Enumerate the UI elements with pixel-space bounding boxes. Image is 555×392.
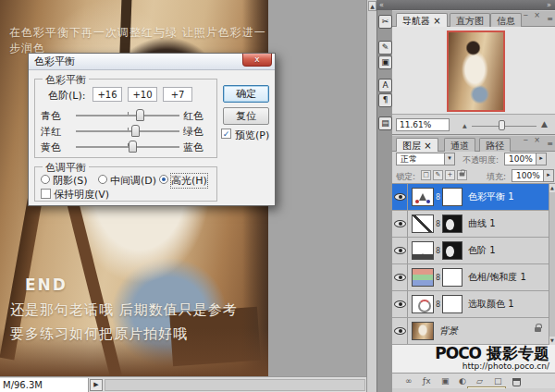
- layer-row-curves[interactable]: 8 曲线 1: [392, 211, 549, 238]
- midtones-radio[interactable]: [98, 175, 107, 184]
- history-brush-tool[interactable]: ✎: [378, 41, 392, 55]
- highlights-radio[interactable]: [159, 175, 168, 184]
- horizontal-scrollbar[interactable]: [105, 379, 365, 391]
- zoom-slider-thumb[interactable]: [499, 120, 505, 130]
- adjustment-thumbnail[interactable]: [412, 188, 434, 206]
- path-select-tool[interactable]: ¶: [378, 93, 392, 107]
- notes-tool[interactable]: ▤: [378, 116, 392, 130]
- lock-transparency-icon[interactable]: □: [421, 170, 431, 180]
- layer-mask-thumbnail[interactable]: [442, 268, 462, 287]
- layers-list: 8 色彩平衡 1 8 曲线 1 8 色阶 1 8 色相/饱和度 1: [392, 184, 555, 345]
- panel-minimize-close-icons[interactable]: ‒ ×: [524, 136, 542, 144]
- layer-mask-thumbnail[interactable]: [442, 188, 462, 206]
- group-label: 色调平衡: [43, 161, 89, 175]
- vertical-scrollbar[interactable]: ▲: [366, 0, 376, 392]
- spinner-arrow-icon[interactable]: ▸: [536, 153, 546, 165]
- layer-name: 色彩平衡 1: [468, 190, 514, 203]
- yellow-blue-slider-thumb[interactable]: [129, 141, 137, 153]
- cyan-red-slider-thumb[interactable]: [136, 109, 144, 121]
- magenta-green-slider-track[interactable]: [76, 130, 179, 132]
- layer-mask-thumbnail[interactable]: [442, 295, 462, 313]
- healing-brush-tool[interactable]: ✂: [378, 15, 392, 29]
- visibility-eye-icon[interactable]: [394, 327, 406, 335]
- blend-mode-dropdown[interactable]: 正常 ▾: [396, 153, 455, 165]
- scroll-down-icon[interactable]: ▼: [549, 337, 555, 345]
- visibility-eye-icon[interactable]: [394, 300, 406, 308]
- tab-paths[interactable]: 路径: [479, 138, 511, 152]
- tab-histogram[interactable]: 直方图: [450, 13, 490, 27]
- layer-style-fx-icon[interactable]: ƒx: [423, 376, 431, 386]
- zoom-slider[interactable]: ▲ ▲: [462, 117, 548, 132]
- status-menu-arrow[interactable]: ▶: [90, 379, 103, 391]
- collapse-dock-icon[interactable]: «: [379, 1, 384, 9]
- layer-row-levels[interactable]: 8 色阶 1: [392, 238, 549, 264]
- cyan-label: 青色: [41, 109, 61, 123]
- reset-button[interactable]: 复位: [223, 107, 269, 125]
- layer-mask-thumbnail[interactable]: [442, 214, 462, 233]
- type-tool[interactable]: A: [378, 79, 392, 92]
- layer-row-background[interactable]: 背景: [392, 318, 549, 345]
- midtones-label[interactable]: 中间调(D): [110, 174, 156, 188]
- expand-dock-icon[interactable]: »: [547, 1, 551, 9]
- visibility-eye-icon[interactable]: [394, 193, 406, 201]
- document-size-field[interactable]: M/96.3M: [0, 378, 89, 392]
- spinner-arrow-icon[interactable]: ▸: [543, 170, 553, 181]
- new-group-icon[interactable]: ▱: [476, 376, 483, 386]
- tab-channels[interactable]: 通道: [444, 138, 475, 152]
- scroll-up-icon[interactable]: ▲: [549, 184, 555, 192]
- lock-all-icon[interactable]: [457, 170, 467, 180]
- adjustment-layer-icon[interactable]: ◐: [459, 376, 466, 386]
- color-balance-group: 色彩平衡 色阶(L): +16 +10 +7 青色 红色 洋红 绿色 黄色 蓝色: [34, 79, 217, 158]
- layer-row-selective-color[interactable]: 8 选取颜色 1: [392, 291, 549, 318]
- preserve-luminosity-checkbox[interactable]: [41, 189, 51, 199]
- navigator-thumbnail[interactable]: [447, 31, 505, 112]
- dropdown-arrow-icon[interactable]: ▾: [444, 153, 454, 165]
- layer-row-hue-saturation[interactable]: 8 色相/饱和度 1: [392, 264, 549, 291]
- link-layers-icon[interactable]: ∞: [405, 376, 413, 386]
- layer-mask-thumbnail[interactable]: [442, 241, 462, 260]
- magenta-green-value-field[interactable]: +10: [128, 87, 157, 102]
- magenta-green-slider-thumb[interactable]: [131, 125, 140, 137]
- cyan-red-slider-track[interactable]: [76, 115, 179, 116]
- panel-menu-icon[interactable]: ≡: [547, 140, 553, 148]
- fill-label: 填充:: [487, 171, 506, 183]
- shadows-radio[interactable]: [41, 175, 50, 184]
- visibility-eye-icon[interactable]: [394, 274, 406, 281]
- adjustment-thumbnail[interactable]: [412, 268, 434, 287]
- tab-navigator[interactable]: 导航器 ×: [396, 13, 448, 27]
- zoom-percent-field[interactable]: 11.61%: [396, 118, 450, 131]
- close-icon[interactable]: x: [242, 54, 272, 67]
- background-thumbnail[interactable]: [412, 322, 434, 340]
- layer-row-color-balance[interactable]: 8 色彩平衡 1: [392, 184, 549, 211]
- adjustment-thumbnail[interactable]: [412, 241, 434, 260]
- dialog-titlebar[interactable]: 色彩平衡 x: [29, 54, 275, 70]
- layers-scrollbar[interactable]: ▲ ▼: [549, 184, 555, 345]
- lock-paint-icon[interactable]: ✎: [433, 170, 443, 180]
- delete-layer-icon[interactable]: [512, 378, 521, 386]
- shadows-label[interactable]: 阴影(S): [53, 174, 88, 188]
- yellow-blue-value-field[interactable]: +7: [163, 87, 192, 102]
- dock-header-bar[interactable]: « »: [376, 0, 555, 10]
- cyan-red-value-field[interactable]: +16: [92, 87, 122, 102]
- adjustment-thumbnail[interactable]: [412, 295, 434, 313]
- scroll-up-icon[interactable]: ▲: [368, 1, 376, 11]
- yellow-blue-slider-track[interactable]: [76, 146, 179, 148]
- lock-position-icon[interactable]: +: [445, 170, 455, 180]
- panel-minimize-close-icons[interactable]: ‒ ×: [524, 11, 542, 19]
- add-mask-icon[interactable]: ▣: [441, 376, 450, 386]
- new-layer-icon[interactable]: □: [494, 376, 502, 386]
- tab-info[interactable]: 信息: [490, 13, 522, 27]
- panel-menu-icon[interactable]: ≡: [547, 15, 553, 23]
- fill-field[interactable]: 100% ▸: [512, 169, 554, 182]
- tab-layers[interactable]: 图层 ×: [396, 138, 438, 152]
- highlights-label[interactable]: 高光(H): [171, 174, 207, 188]
- clone-stamp-tool[interactable]: ▣: [378, 55, 392, 69]
- zoom-out-icon[interactable]: ▲: [462, 122, 467, 129]
- adjustment-thumbnail[interactable]: [412, 214, 434, 233]
- zoom-in-icon[interactable]: ▲: [541, 119, 548, 129]
- preview-checkbox[interactable]: ✓: [221, 129, 231, 139]
- visibility-eye-icon[interactable]: [394, 247, 406, 254]
- opacity-field[interactable]: 100% ▸: [504, 153, 547, 165]
- visibility-eye-icon[interactable]: [394, 220, 406, 227]
- ok-button[interactable]: 确定: [223, 85, 269, 103]
